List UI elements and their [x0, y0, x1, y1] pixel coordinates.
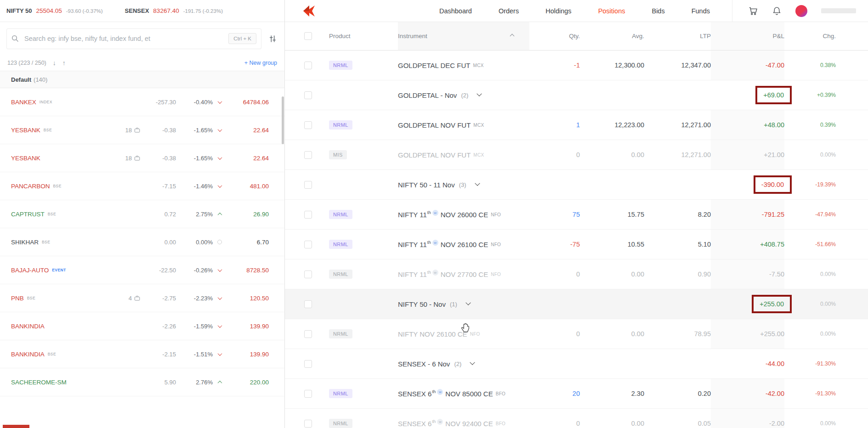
avg-value: 15.75 [580, 211, 644, 218]
row-checkbox[interactable] [304, 330, 312, 338]
chevron-glyph [217, 183, 222, 188]
position-row[interactable]: NRMLSENSEX 6thwNOV 92400 CEBFO00.000.05-… [285, 409, 868, 428]
change-percent: -0.26% [176, 267, 213, 274]
watchlist-row[interactable]: CAPTRUSTBSE0.722.75%26.90 [0, 200, 284, 228]
user-avatar[interactable] [795, 5, 807, 17]
row-checkbox[interactable] [304, 300, 312, 308]
row-checkbox[interactable] [304, 91, 312, 99]
nav-dashboard[interactable]: Dashboard [439, 7, 472, 15]
row-checkbox[interactable] [304, 270, 312, 278]
sort-down-icon[interactable]: ↓ [53, 59, 56, 67]
change-percent: -1.65% [176, 127, 213, 134]
nav-positions[interactable]: Positions [598, 7, 625, 15]
position-group-row[interactable]: NIFTY 50 - 11 Nov(3)-390.00-19.39% [285, 170, 868, 200]
chevron-glyph [217, 155, 222, 160]
watchlist-row[interactable]: BANKINDIABSE-2.15-1.51%139.90 [0, 340, 284, 368]
instrument-name: GOLDPETAL NOV FUTMCX [398, 121, 529, 129]
row-checkbox[interactable] [304, 62, 312, 69]
watchlist-row[interactable]: PNBBSE4-2.75-2.23%120.50 [0, 284, 284, 312]
search-box[interactable]: Ctrl + K [6, 28, 261, 49]
scrollbar-thumb[interactable] [282, 96, 284, 144]
bell-icon[interactable] [772, 6, 782, 16]
col-product[interactable]: Product [329, 33, 398, 39]
index-sensex[interactable]: SENSEX 83267.40 -191.75 (-0.23%) [125, 7, 223, 14]
cart-icon[interactable] [748, 6, 758, 16]
position-group-row[interactable]: GOLDPETAL - Nov(2)+69.00+0.39% [285, 80, 868, 110]
chg-value: 0.00% [784, 420, 836, 427]
col-pnl[interactable]: P&L [711, 22, 784, 50]
qty-value: -1 [529, 62, 580, 69]
watchlist-row[interactable]: PANCARBONBSE-7.15-1.46%481.00 [0, 172, 284, 200]
position-group-row[interactable]: SENSEX - 6 Nov(2)-44.00-91.30% [285, 349, 868, 379]
sort-up-icon[interactable]: ↑ [62, 59, 66, 67]
new-group-button[interactable]: + New group [244, 60, 277, 66]
watchlist-group-header[interactable]: Default (140) [0, 71, 284, 88]
col-chg[interactable]: Chg. [784, 33, 836, 39]
chevron-down-icon[interactable] [475, 181, 480, 186]
position-group-row[interactable]: NIFTY 50 - Nov(1)+255.000.00% [285, 289, 868, 319]
product-badge: NRML [329, 419, 352, 428]
briefcase-icon [134, 155, 140, 161]
flat-circle-icon [213, 240, 227, 244]
position-row[interactable]: NRMLGOLDPETAL NOV FUTMCX112,223.0012,271… [285, 110, 868, 140]
row-checkbox[interactable] [304, 360, 312, 368]
search-icon [11, 35, 19, 42]
ltp-value: 0.90 [644, 270, 711, 278]
row-checkbox[interactable] [304, 420, 312, 428]
filter-tune-icon[interactable] [267, 33, 278, 44]
col-instrument[interactable]: Instrument [398, 22, 529, 50]
nav-funds[interactable]: Funds [692, 7, 710, 15]
instrument-pre: GOLDPETAL NOV FUT [398, 151, 471, 159]
change-percent: 2.76% [176, 379, 213, 386]
exchange-tag: BSE [48, 212, 56, 216]
chevron-down-icon[interactable] [465, 300, 471, 305]
nav-holdings[interactable]: Holdings [545, 7, 571, 15]
watchlist-row[interactable]: YESBANKBSE18-0.38-1.65%22.64 [0, 116, 284, 144]
col-qty[interactable]: Qty. [529, 33, 580, 39]
watchlist-row[interactable]: BANKINDIA-2.26-1.59%139.90 [0, 312, 284, 340]
position-row[interactable]: NRMLNIFTY 11thwNOV 26000 CENFO7515.758.2… [285, 200, 868, 230]
watchlist-symbol: CAPTRUSTBSE [11, 211, 111, 218]
position-row[interactable]: MISGOLDPETAL NOV FUTMCX00.0012,271.00+21… [285, 140, 868, 170]
chevron-down-icon[interactable] [477, 91, 482, 96]
watchlist-row[interactable]: SACHEEROME-SM5.902.76%220.00 [0, 368, 284, 396]
row-checkbox[interactable] [304, 241, 312, 248]
instrument-pre: NIFTY 11 [398, 270, 427, 278]
watchlist-row[interactable]: YESBANK18-0.38-1.65%22.64 [0, 144, 284, 172]
chevron-glyph [217, 127, 222, 132]
search-input[interactable] [24, 35, 223, 42]
watchlist-row[interactable]: BAJAJ-AUTOEVENT-22.50-0.26%8728.50 [0, 256, 284, 284]
username-redacted [821, 8, 856, 13]
chevron-down-icon[interactable] [470, 360, 475, 365]
watchlist-row[interactable]: SHIKHARBSE0.000.00%6.70 [0, 228, 284, 256]
row-checkbox[interactable] [304, 390, 312, 398]
row-checkbox[interactable] [304, 211, 312, 219]
watchlist-row[interactable]: BANKEXINDEX-257.30-0.40%64784.06 [0, 88, 284, 116]
position-row[interactable]: NRMLNIFTY 11thwNOV 27700 CENFO00.000.90-… [285, 259, 868, 289]
exchange-tag: BSE [44, 128, 52, 132]
pnl-value: -47.00 [766, 62, 784, 69]
nav-orders[interactable]: Orders [499, 7, 519, 15]
index-nifty50[interactable]: NIFTY 50 25504.05 -93.60 (-0.37%) [6, 7, 103, 14]
position-row[interactable]: NRMLNIFTY 11thwNOV 26100 CENFO-7510.555.… [285, 230, 868, 259]
change-value: -2.26 [140, 323, 176, 330]
position-row[interactable]: NRMLSENSEX 6thwNOV 85000 CEBFO202.300.20… [285, 379, 868, 409]
group-label: NIFTY 50 - Nov(1) [398, 300, 529, 308]
col-ltp[interactable]: LTP [644, 33, 711, 39]
col-avg[interactable]: Avg. [580, 33, 644, 39]
position-row[interactable]: NRMLNIFTY NOV 26100 CENFO00.0078.95+255.… [285, 319, 868, 349]
watchlist-symbol: BANKEXINDEX [11, 99, 111, 106]
watchlist-symbol: SACHEEROME-SM [11, 379, 111, 386]
row-checkbox[interactable] [304, 151, 312, 159]
row-checkbox[interactable] [304, 121, 312, 129]
kite-logo[interactable] [303, 5, 317, 17]
product-badge: NRML [329, 270, 352, 279]
exchange-label: NFO [470, 332, 480, 337]
position-row[interactable]: NRMLGOLDPETAL DEC FUTMCX-112,300.0012,34… [285, 51, 868, 80]
nav-bids[interactable]: Bids [652, 7, 664, 15]
row-checkbox[interactable] [304, 181, 312, 189]
change-value: 0.72 [140, 211, 176, 218]
watchlist-rows: BANKEXINDEX-257.30-0.40%64784.06YESBANKB… [0, 88, 284, 396]
chg-value: 0.00% [784, 152, 836, 158]
select-all-checkbox[interactable] [304, 32, 312, 40]
